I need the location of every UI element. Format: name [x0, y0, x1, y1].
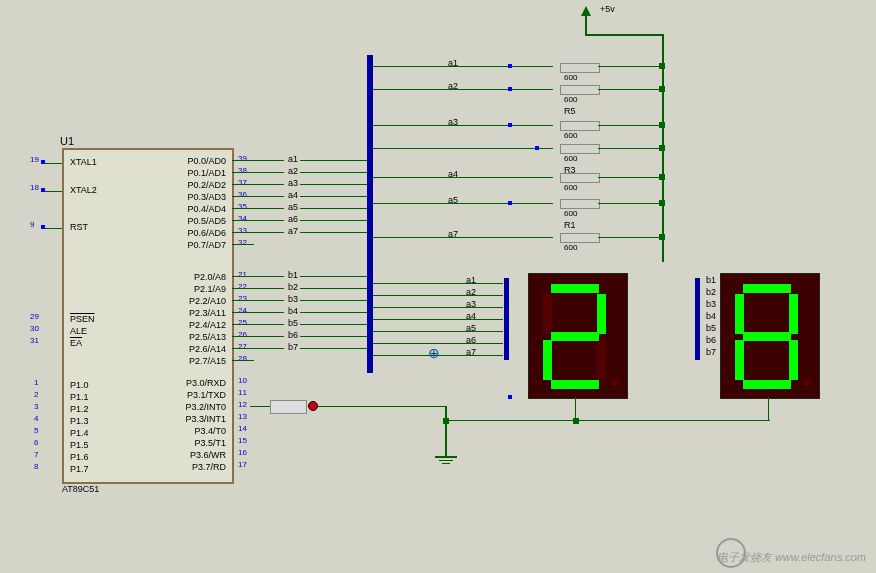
wire — [598, 237, 662, 238]
net-label: a2 — [448, 81, 458, 91]
wire — [373, 177, 553, 178]
pin-name: ALE — [70, 326, 87, 336]
seg-g — [551, 332, 599, 341]
seg-e — [543, 340, 552, 380]
res-value: 600 — [564, 131, 577, 140]
pin-num: 23 — [238, 294, 247, 303]
pin-name: XTAL2 — [70, 185, 97, 195]
resistor[interactable] — [560, 173, 600, 183]
wire — [373, 307, 503, 308]
junction-dot — [659, 174, 665, 180]
pin-name: P3.7/RD — [175, 462, 226, 472]
net-label: a1 — [466, 275, 476, 285]
seg-a — [743, 284, 791, 293]
resistor[interactable] — [560, 121, 600, 131]
net-label: a1 — [448, 58, 458, 68]
wire — [300, 276, 367, 277]
pin-num: 28 — [238, 354, 247, 363]
wire — [300, 336, 367, 337]
bus-line — [504, 278, 509, 360]
wire — [232, 160, 284, 161]
pin-num: 24 — [238, 306, 247, 315]
wire — [232, 288, 284, 289]
seg-f — [543, 294, 552, 334]
junction-dot — [659, 234, 665, 240]
wire — [300, 324, 367, 325]
pin-dot — [508, 87, 512, 91]
net-label: a1 — [288, 154, 298, 164]
pin-num: 18 — [30, 183, 39, 192]
wire — [598, 89, 662, 90]
pin-num: 3 — [34, 402, 38, 411]
resistor[interactable] — [560, 85, 600, 95]
seven-segment-display-1[interactable] — [528, 273, 628, 399]
pin-stub — [42, 191, 62, 192]
pin-num: 12 — [238, 400, 247, 409]
wire — [373, 66, 553, 67]
pin-name: P0.5/AD5 — [180, 216, 226, 226]
wire — [300, 220, 367, 221]
net-label: b3 — [288, 294, 298, 304]
net-label: a4 — [288, 190, 298, 200]
pin-num: 7 — [34, 450, 38, 459]
pin-dot — [508, 123, 512, 127]
wire — [445, 406, 447, 456]
junction-dot — [659, 86, 665, 92]
pin-name: P3.3/INT1 — [175, 414, 226, 424]
pin-stub — [42, 228, 62, 229]
seg-c — [597, 340, 606, 380]
net-label: b2 — [288, 282, 298, 292]
net-label: b7 — [288, 342, 298, 352]
pin-name: P2.6/A14 — [180, 344, 226, 354]
pin-num: 32 — [238, 238, 247, 247]
pin-dot — [508, 201, 512, 205]
wire — [598, 177, 662, 178]
wire — [585, 34, 663, 36]
gnd-symbol — [439, 460, 453, 461]
chip-ref: U1 — [60, 135, 74, 147]
wire — [373, 203, 553, 204]
resistor[interactable] — [560, 233, 600, 243]
push-button[interactable] — [270, 400, 307, 414]
resistor[interactable] — [560, 63, 600, 73]
net-label: b5 — [288, 318, 298, 328]
pin-num: 19 — [30, 155, 39, 164]
resistor[interactable] — [560, 144, 600, 154]
seg-dp — [803, 378, 811, 386]
vcc-arrow-icon — [581, 6, 591, 16]
junction-dot — [573, 418, 579, 424]
seg-a — [551, 284, 599, 293]
pin-num: 33 — [238, 226, 247, 235]
resistor[interactable] — [560, 199, 600, 209]
pin-dot — [508, 395, 512, 399]
pin-num: 16 — [238, 448, 247, 457]
wire — [373, 148, 553, 149]
net-label: b4 — [288, 306, 298, 316]
pin-name: P1.6 — [70, 452, 89, 462]
wire — [232, 312, 284, 313]
pin-name: P1.2 — [70, 404, 89, 414]
seven-segment-display-2[interactable] — [720, 273, 820, 399]
net-label: a6 — [466, 335, 476, 345]
wire — [598, 125, 662, 126]
pin-name: P0.4/AD4 — [180, 204, 226, 214]
res-value: 600 — [564, 95, 577, 104]
pin-name: P0.0/AD0 — [180, 156, 226, 166]
pin-name: P0.3/AD3 — [180, 192, 226, 202]
wire — [232, 348, 284, 349]
origin-marker-icon: ⊕ — [428, 345, 440, 361]
wire — [300, 232, 367, 233]
pin-name: P0.2/AD2 — [180, 180, 226, 190]
wire — [232, 244, 254, 245]
wire — [373, 319, 503, 320]
button-indicator — [308, 401, 318, 411]
pin-name: P2.0/A8 — [180, 272, 226, 282]
wire — [598, 66, 662, 67]
seg-d — [743, 380, 791, 389]
net-label: a7 — [288, 226, 298, 236]
pin-name: P2.3/A11 — [180, 308, 226, 318]
wire — [232, 196, 284, 197]
pin-num: 9 — [30, 220, 34, 229]
net-label: a3 — [448, 117, 458, 127]
pin-name: P0.1/AD1 — [180, 168, 226, 178]
